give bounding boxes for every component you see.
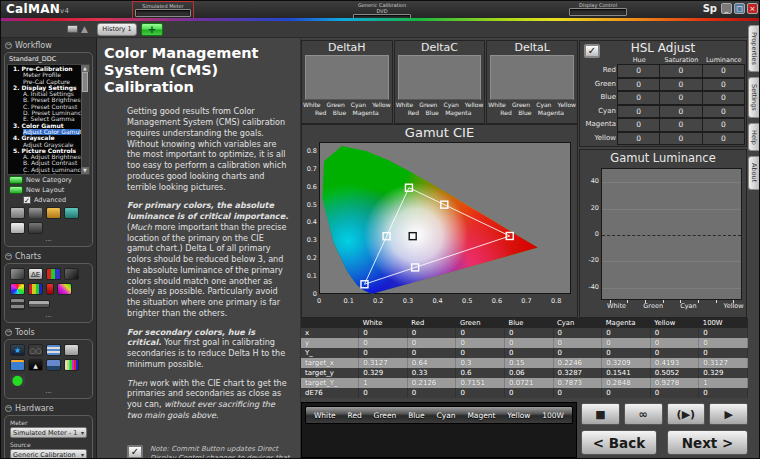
hsl-value-cell[interactable]: 0 — [617, 64, 660, 78]
open-folder-icon[interactable] — [46, 207, 61, 219]
tab-help[interactable]: Help — [748, 123, 759, 152]
charts-section-header[interactable]: − Charts — [1, 249, 96, 263]
chevron-down-icon: ▾ — [81, 429, 84, 436]
maximize-button[interactable]: □ — [734, 3, 745, 14]
advanced-checkbox[interactable]: ✓ Advanced — [23, 196, 90, 204]
hsl-value-cell[interactable]: 0 — [702, 105, 745, 119]
star-tool-icon[interactable]: ★ — [10, 344, 25, 356]
landscape-tool-icon[interactable] — [46, 359, 61, 371]
chart-door-icon[interactable] — [10, 268, 25, 280]
collapse-icon[interactable]: − — [5, 329, 12, 336]
close-button[interactable]: × — [747, 3, 758, 14]
data-table: WhiteRedGreenBlueCyanMagentaYellow100Wx0… — [301, 318, 748, 398]
add-tab-button[interactable]: + — [141, 23, 163, 36]
hsl-value-cell[interactable]: 0 — [617, 105, 660, 119]
green-circle-tool-icon[interactable]: ● — [10, 374, 25, 386]
chart-deltae-icon[interactable]: ΔE — [28, 268, 43, 280]
page-icon[interactable] — [10, 222, 25, 234]
arrow-up-icon[interactable]: ▲ — [81, 23, 88, 35]
table-cell: 0.06 — [504, 368, 553, 378]
test-color-button-magent[interactable]: Magent — [467, 411, 495, 420]
image-tool-icon[interactable] — [10, 359, 25, 371]
next-button[interactable]: Next > — [667, 430, 748, 455]
links-tool-icon[interactable]: ○○ — [28, 344, 43, 356]
teal-folder-icon[interactable] — [64, 207, 79, 219]
books-icon[interactable] — [28, 207, 43, 219]
tree-scrollbar[interactable]: ▲▼ — [81, 65, 89, 174]
commit-checkbox[interactable]: ✓ — [127, 445, 143, 459]
chart-rgb-bars-icon[interactable] — [46, 268, 61, 280]
workflow-section-header[interactable]: − Workflow — [1, 38, 96, 52]
test-color-button-yellow[interactable]: Yellow — [507, 411, 530, 420]
document-tool-icon[interactable] — [64, 344, 79, 356]
hsl-value-cell[interactable]: 0 — [702, 91, 745, 105]
hsl-value-cell[interactable]: 0 — [659, 105, 702, 119]
scroll-up-icon[interactable]: ▲ — [81, 65, 89, 72]
minimize-button[interactable]: _ — [721, 3, 732, 14]
source-select[interactable]: Generic Calibration ▾ — [10, 449, 87, 459]
new-category-button[interactable]: New Category — [7, 175, 90, 185]
tools-section-header[interactable]: − Tools — [1, 325, 96, 339]
hsl-adjust-title: HSL Adjust — [580, 42, 746, 55]
hsl-value-cell[interactable]: 0 — [659, 64, 702, 78]
hsl-value-cell[interactable]: 0 — [702, 118, 745, 132]
hsl-value-cell[interactable]: 0 — [702, 78, 745, 92]
charts-more[interactable]: ... — [7, 312, 90, 320]
tree-scroll-thumb[interactable] — [82, 72, 88, 92]
meter-select[interactable]: Simulated Meter - 1 ▾ — [10, 427, 87, 438]
test-color-button-red[interactable]: Red — [348, 411, 362, 420]
hsl-value-cell[interactable]: 0 — [617, 78, 660, 92]
test-color-button-white[interactable]: White — [314, 411, 336, 420]
chart-cie-gamut-icon[interactable] — [10, 283, 25, 295]
axis-label: White — [488, 101, 505, 109]
chart-thermometer-icon[interactable] — [46, 283, 54, 295]
hsl-value-cell[interactable]: 0 — [659, 118, 702, 132]
hsl-value-cell[interactable]: 0 — [659, 78, 702, 92]
hardware-section-header[interactable]: − Hardware — [1, 401, 96, 415]
wand-icon[interactable] — [10, 207, 25, 219]
workflow-more[interactable]: ... — [7, 236, 90, 244]
collapse-icon[interactable]: − — [5, 42, 12, 49]
printer-icon[interactable] — [67, 25, 78, 33]
chart-table2-icon[interactable] — [28, 300, 50, 308]
hsl-value-cell[interactable]: 0 — [659, 91, 702, 105]
paragraph-4: Then work with the CIE chart to get the … — [127, 378, 292, 421]
test-color-button-100w[interactable]: 100W — [542, 411, 564, 420]
tab-settings[interactable]: Settings — [748, 77, 759, 118]
hsl-value-cell[interactable]: 0 — [617, 132, 660, 146]
colorbars-tool-icon[interactable] — [64, 359, 79, 371]
tools-groupbox: ★ ○○ ▲ ● ... — [4, 339, 93, 399]
tab-properties[interactable]: Properties — [748, 25, 759, 72]
collapse-icon[interactable]: − — [5, 405, 12, 412]
table-column-header: Green — [456, 318, 505, 328]
workflow-tree-item[interactable]: D. Adjust Color — [23, 173, 80, 175]
chart-dark-icon[interactable] — [64, 268, 79, 280]
chart-color-levels-icon[interactable] — [28, 283, 43, 295]
tab-history-1[interactable]: History 1 — [97, 23, 137, 36]
hsl-value-cell[interactable]: 0 — [702, 64, 745, 78]
histogram-tool-icon[interactable]: ▲ — [28, 359, 43, 371]
table-cell: 0 — [699, 388, 748, 398]
hsl-value-cell[interactable]: 0 — [617, 118, 660, 132]
tools-more[interactable]: ... — [7, 388, 90, 396]
hsl-value-cell[interactable]: 0 — [659, 132, 702, 146]
table-row: y00000000 — [301, 338, 748, 348]
test-color-button-green[interactable]: Green — [374, 411, 397, 420]
continuous-read-button[interactable]: ∞ — [624, 403, 663, 425]
back-button[interactable]: < Back — [581, 430, 657, 455]
test-color-button-blue[interactable]: Blue — [408, 411, 425, 420]
stop-button[interactable]: ■ — [581, 403, 620, 425]
read-button[interactable]: ▶ — [709, 403, 748, 425]
hsl-value-cell[interactable]: 0 — [617, 91, 660, 105]
read-series-button[interactable]: (▶) — [667, 403, 706, 425]
hsl-value-cell[interactable]: 0 — [702, 132, 745, 146]
save-floppy-icon[interactable] — [28, 222, 43, 234]
test-color-button-cyan[interactable]: Cyan — [437, 411, 456, 420]
chart-table1-icon[interactable] — [10, 298, 25, 310]
collapse-icon[interactable]: − — [5, 253, 12, 260]
new-layout-button[interactable]: New Layout — [7, 185, 90, 195]
scroll-down-icon[interactable]: ▼ — [81, 167, 89, 174]
window-tool-icon[interactable] — [46, 344, 61, 356]
tab-about[interactable]: About — [748, 156, 759, 189]
chart-spectrum-icon[interactable] — [57, 283, 72, 295]
